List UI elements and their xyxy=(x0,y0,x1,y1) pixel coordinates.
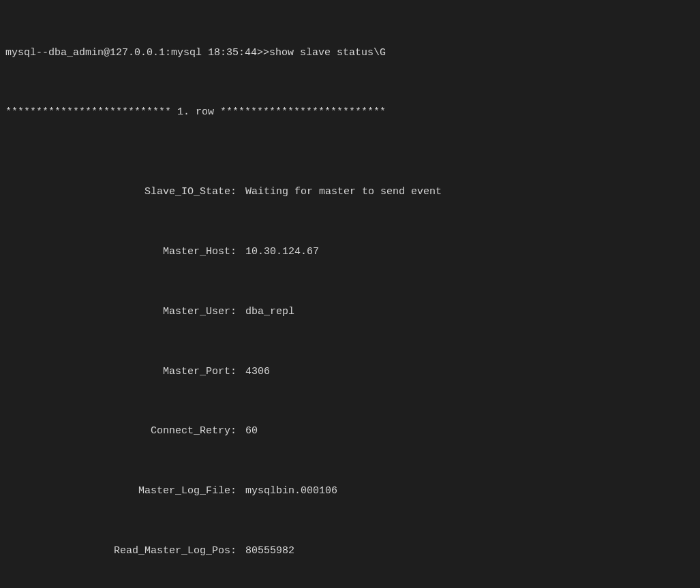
status-value: 4306 xyxy=(245,362,270,382)
status-value: 80555982 xyxy=(245,541,294,561)
status-value: 60 xyxy=(245,421,258,441)
status-key: Master_Port xyxy=(5,362,230,382)
status-connect-retry: Connect_Retry: 60 xyxy=(5,421,695,441)
mysql-prompt: mysql--dba_admin@127.0.0.1:mysql 18:35:4… xyxy=(5,43,695,63)
row-header: *************************** 1. row *****… xyxy=(5,102,695,122)
status-key: Slave_IO_State xyxy=(5,182,230,202)
status-master-user: Master_User: dba_repl xyxy=(5,302,695,322)
status-value: mysqlbin.000106 xyxy=(245,481,337,501)
status-value: 10.30.124.67 xyxy=(245,242,319,262)
status-master-port: Master_Port: 4306 xyxy=(5,362,695,382)
status-master-host: Master_Host: 10.30.124.67 xyxy=(5,242,695,262)
status-key: Connect_Retry xyxy=(5,421,230,441)
status-read-master-log-pos: Read_Master_Log_Pos: 80555982 xyxy=(5,541,695,561)
status-key: Master_User xyxy=(5,302,230,322)
terminal-output: mysql--dba_admin@127.0.0.1:mysql 18:35:4… xyxy=(5,3,695,588)
status-value: Waiting for master to send event xyxy=(245,182,442,202)
status-key: Master_Host xyxy=(5,242,230,262)
status-slave-io-state: Slave_IO_State: Waiting for master to se… xyxy=(5,182,695,202)
status-key: Master_Log_File xyxy=(5,481,230,501)
status-key: Read_Master_Log_Pos xyxy=(5,541,230,561)
status-master-log-file: Master_Log_File: mysqlbin.000106 xyxy=(5,481,695,501)
status-value: dba_repl xyxy=(245,302,294,322)
